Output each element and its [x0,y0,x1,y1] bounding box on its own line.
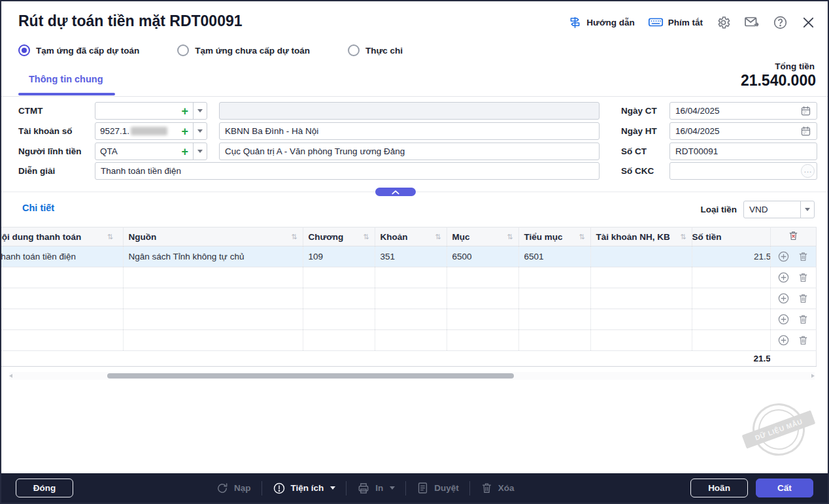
radio-icon [177,44,189,56]
col-nguon[interactable]: Nguồn [123,227,303,246]
col-noi-dung[interactable]: Nội dung thanh toán [1,227,123,246]
ctmt-combo[interactable] [95,102,207,120]
close-button[interactable]: Đóng [16,479,73,497]
tab-thong-tin-chung[interactable]: Thông tin chung [29,74,103,84]
table-total-row: 21.540.000 [1,351,816,367]
delete-row-icon[interactable] [798,272,809,283]
utilities-button[interactable]: Tiện ích [273,482,336,495]
table-row-1[interactable]: Thanh toán tiền điện Ngân sách Tỉnh khôn… [1,246,816,267]
delete-row-icon[interactable] [798,293,809,304]
cell-noi-dung[interactable]: Thanh toán tiền điện [1,246,123,267]
dien-giai-label: Diễn giải [18,162,55,180]
dropdown-arrow-icon[interactable] [193,123,207,139]
ngay-ht-field[interactable]: 16/04/2025 [669,122,817,140]
delete-button[interactable]: Xóa [481,482,515,494]
chevron-up-icon [391,189,400,195]
keyboard-icon [648,14,664,30]
dropdown-arrow-icon[interactable] [193,143,207,160]
tai-khoan-so-combo[interactable]: 9527.1. [95,122,207,140]
table-row-empty[interactable] [1,267,816,288]
close-icon[interactable] [801,15,816,30]
refresh-icon [216,482,229,495]
reload-button[interactable]: Nạp [216,482,251,495]
cell-muc[interactable]: 6500 [447,246,518,267]
add-new-icon[interactable] [181,105,188,117]
radio-tam-ung-da-cap[interactable]: Tạm ứng đã cấp dự toán [18,44,139,56]
footer-toolbar: Đóng Nạp Tiện ích In Duyệt [1,473,828,503]
cell-so-tien[interactable]: 21.540.000 [692,246,770,267]
horizontal-scrollbar[interactable] [9,372,815,380]
currency-select[interactable]: VND [743,201,815,218]
tai-khoan-so-code[interactable]: 9527.1. [100,126,178,136]
radio-thuc-chi[interactable]: Thực chi [348,44,403,56]
nguoi-linh-tien-combo[interactable]: QTA [95,143,207,160]
add-row-icon[interactable] [777,334,790,346]
approve-button[interactable]: Duyệt [416,482,459,494]
col-tieu-muc[interactable]: Tiểu mục [518,227,590,246]
dropdown-arrow-icon[interactable] [800,201,814,218]
add-new-icon[interactable] [181,146,188,158]
cell-tk-nh-kb[interactable] [590,246,692,267]
sort-icon[interactable] [680,233,686,241]
table-row-empty[interactable] [1,309,816,330]
table-row-empty[interactable] [1,288,816,309]
scroll-left-arrow-icon[interactable] [9,374,12,378]
add-new-icon[interactable] [181,126,188,137]
cell-chuong[interactable]: 109 [303,246,375,267]
nguoi-linh-tien-desc-field[interactable]: Cục Quản trị A - Văn phòng Trung ương Đả… [219,143,600,160]
col-actions [770,227,816,246]
scrollbar-thumb[interactable] [107,373,514,378]
delete-row-icon[interactable] [798,335,809,346]
col-khoan[interactable]: Khoản [375,227,447,246]
sort-icon[interactable] [507,233,513,241]
add-row-icon[interactable] [777,271,790,284]
gear-icon[interactable] [716,15,731,30]
delete-row-icon[interactable] [798,314,809,325]
send-mail-icon[interactable] [744,14,760,30]
save-button[interactable]: Cất [756,479,813,497]
footer-divider [405,481,406,496]
guide-link[interactable]: Hướng dẫn [568,16,634,29]
sort-icon[interactable] [291,233,297,241]
nguoi-linh-tien-code[interactable]: QTA [100,146,178,156]
col-tk-nh-kb[interactable]: Tài khoản NH, KB [590,227,692,246]
tab-active-underline [18,93,115,95]
print-button[interactable]: In [357,482,395,495]
sort-icon[interactable] [579,233,584,241]
sort-icon[interactable] [363,233,369,241]
table-row-empty[interactable] [1,330,816,351]
dropdown-arrow-icon[interactable] [193,103,207,119]
dien-giai-field[interactable]: Thanh toán tiền điện [95,162,600,180]
add-row-icon[interactable] [777,292,790,305]
delete-row-icon[interactable] [798,251,809,262]
col-chuong[interactable]: Chương [303,227,375,246]
total-so-tien: 21.540.000 [692,351,770,367]
currency-value: VND [744,201,800,218]
cell-khoan[interactable]: 351 [375,246,447,267]
calendar-icon[interactable] [800,126,811,137]
col-muc[interactable]: Mục [447,227,518,246]
add-row-icon[interactable] [777,313,790,326]
radio-tam-ung-chua-cap[interactable]: Tạm ứng chưa cấp dự toán [177,44,310,56]
ellipsis-icon[interactable] [801,164,815,178]
calendar-icon[interactable] [800,105,811,116]
shortcut-label: Phím tắt [668,18,703,27]
tai-khoan-so-desc-field[interactable]: KBNN Ba Đình - Hà Nội [219,122,600,140]
ctmt-desc-field [219,102,600,120]
help-icon[interactable] [773,15,788,30]
cell-tieu-muc[interactable]: 6501 [518,246,590,267]
so-ct-field[interactable]: RDT00091 [669,143,817,160]
ngay-ct-field[interactable]: 16/04/2025 [669,102,817,120]
cell-nguon[interactable]: Ngân sách Tỉnh không tự chủ [123,246,303,267]
shortcut-link[interactable]: Phím tắt [648,14,703,30]
so-ckc-field[interactable] [669,162,817,180]
postpone-button[interactable]: Hoãn [690,479,748,497]
sort-icon[interactable] [435,233,441,241]
add-row-icon[interactable] [777,250,790,263]
collapse-header-button[interactable] [375,188,416,196]
scroll-right-arrow-icon[interactable] [811,374,815,378]
delete-all-icon[interactable] [788,230,799,241]
total-amount-value: 21.540.000 [741,72,816,90]
sort-icon[interactable] [107,233,113,241]
col-so-tien[interactable]: Số tiền [692,227,770,246]
